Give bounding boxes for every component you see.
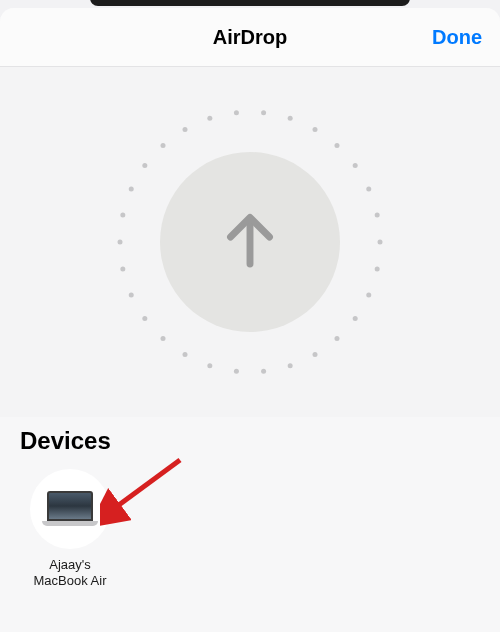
done-button[interactable]: Done	[432, 26, 482, 49]
header-title: AirDrop	[213, 26, 287, 49]
airdrop-radar-area	[0, 67, 500, 417]
device-avatar	[30, 469, 110, 549]
airdrop-sheet: AirDrop Done Devices	[0, 8, 500, 632]
sheet-header: AirDrop Done	[0, 8, 500, 67]
sheet-behind-peek	[90, 0, 410, 6]
devices-heading: Devices	[20, 427, 480, 455]
radar-circle	[115, 107, 385, 377]
laptop-icon	[44, 491, 96, 527]
devices-section: Devices Ajaay's MacBook Air	[0, 417, 500, 590]
device-item[interactable]: Ajaay's MacBook Air	[20, 469, 120, 590]
radar-dot-ring	[115, 107, 385, 377]
device-label: Ajaay's MacBook Air	[34, 557, 107, 590]
